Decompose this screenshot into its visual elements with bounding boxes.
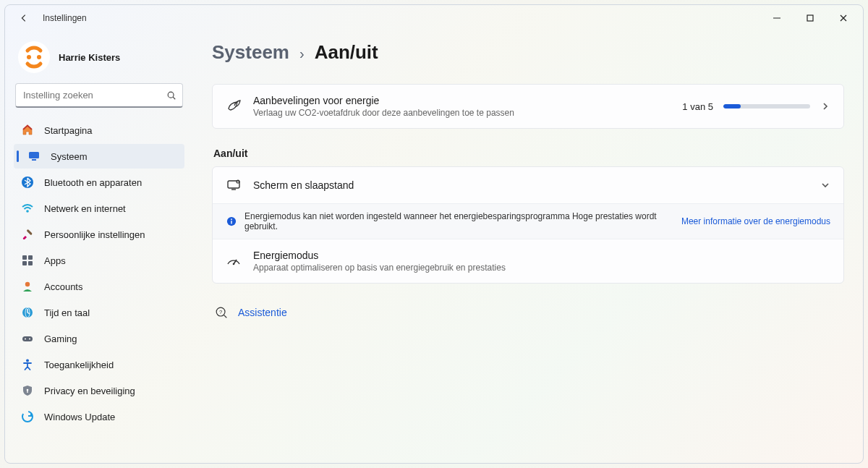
shield-icon (21, 384, 34, 397)
svg-line-34 (224, 315, 227, 318)
sidebar-item-time-language[interactable]: Tijd en taal (14, 300, 184, 325)
bluetooth-icon (21, 176, 34, 189)
svg-point-16 (25, 282, 30, 286)
sidebar-item-bluetooth[interactable]: Bluetooth en apparaten (14, 170, 184, 195)
help-link-label: Assistentie (238, 307, 287, 318)
sidebar-nav: Startpagina Systeem Bluetooth en apparat… (14, 118, 184, 429)
svg-point-3 (27, 55, 31, 59)
user-name: Harrie Kisters (59, 52, 120, 63)
chevron-right-icon (820, 101, 830, 111)
svg-rect-14 (22, 261, 27, 265)
info-icon (226, 216, 237, 227)
search-button[interactable] (166, 90, 176, 101)
svg-point-5 (168, 92, 174, 98)
home-icon (21, 124, 34, 137)
sidebar-item-label: Bluetooth en apparaten (44, 177, 142, 188)
svg-rect-12 (22, 255, 27, 260)
svg-rect-19 (22, 336, 33, 341)
progress-bar (723, 104, 810, 109)
sidebar-item-gaming[interactable]: Gaming (14, 326, 184, 351)
svg-point-22 (26, 359, 29, 362)
svg-rect-26 (228, 181, 239, 188)
sidebar-item-network[interactable]: Netwerk en internet (14, 196, 184, 221)
breadcrumb-parent[interactable]: Systeem (212, 41, 289, 64)
recommendations-title: Aanbevelingen voor energie (253, 95, 671, 106)
sidebar-item-system[interactable]: Systeem (14, 144, 184, 169)
sidebar-item-label: Toegankelijkheid (44, 359, 114, 370)
sidebar-item-label: Systeem (51, 151, 88, 162)
sidebar-item-label: Netwerk en internet (44, 203, 126, 214)
svg-rect-13 (28, 255, 33, 260)
close-button[interactable] (827, 5, 860, 31)
main-content: Systeem › Aan/uit Aanbevelingen voor ene… (193, 31, 863, 463)
brush-icon (21, 228, 34, 241)
energy-mode-row[interactable]: Energiemodus Apparaat optimaliseren op b… (213, 239, 843, 283)
svg-point-20 (25, 339, 26, 340)
sidebar-item-accessibility[interactable]: Toegankelijkheid (14, 352, 184, 377)
sidebar: Harrie Kisters Startpagina (5, 31, 193, 463)
energy-mode-info-banner: Energiemodus kan niet worden ingesteld w… (213, 203, 843, 239)
help-link[interactable]: ? Assistentie (212, 302, 844, 323)
window-controls (760, 5, 860, 31)
settings-window: Instellingen (4, 4, 864, 464)
titlebar: Instellingen (5, 5, 863, 31)
avatar (18, 41, 50, 73)
chevron-right-icon: › (299, 46, 305, 62)
svg-rect-15 (28, 261, 33, 265)
sidebar-item-label: Gaming (44, 333, 77, 344)
svg-line-6 (173, 97, 175, 99)
sidebar-item-home[interactable]: Startpagina (14, 118, 184, 142)
arrow-left-icon (19, 13, 29, 23)
sidebar-item-apps[interactable]: Apps (14, 248, 184, 273)
recommendations-subtitle: Verlaag uw CO2-voetafdruk door deze aanb… (253, 108, 671, 118)
minimize-button[interactable] (760, 5, 793, 31)
window-title: Instellingen (43, 13, 87, 23)
gamepad-icon (21, 332, 34, 345)
monitor-icon (27, 150, 41, 163)
svg-rect-29 (231, 221, 231, 224)
leaf-icon (226, 98, 242, 114)
sidebar-item-label: Privacy en beveiliging (44, 386, 135, 396)
help-icon: ? (213, 305, 229, 320)
sidebar-item-label: Apps (44, 255, 66, 266)
section-label: Aan/uit (213, 148, 844, 159)
energy-mode-subtitle: Apparaat optimaliseren op basis van ener… (253, 263, 830, 273)
recommendations-count: 1 van 5 (682, 101, 713, 112)
sidebar-item-privacy[interactable]: Privacy en beveiliging (14, 378, 184, 403)
svg-rect-1 (807, 15, 813, 21)
breadcrumb-current: Aan/uit (315, 41, 378, 64)
back-button[interactable] (15, 13, 33, 23)
info-banner-text: Energiemodus kan niet worden ingesteld w… (244, 211, 674, 231)
apps-icon (21, 254, 34, 267)
sidebar-item-personalization[interactable]: Persoonlijke instellingen (14, 222, 184, 247)
svg-rect-11 (26, 229, 32, 235)
person-icon (21, 280, 34, 293)
user-block[interactable]: Harrie Kisters (18, 41, 180, 73)
svg-point-21 (29, 339, 30, 340)
sidebar-item-accounts[interactable]: Accounts (14, 274, 184, 299)
body: Harrie Kisters Startpagina (5, 31, 863, 463)
recommendations-progress: 1 van 5 (682, 101, 830, 112)
maximize-icon (806, 14, 814, 22)
search-input[interactable] (23, 90, 166, 101)
sidebar-item-update[interactable]: Windows Update (14, 404, 184, 429)
search-box[interactable] (15, 83, 183, 108)
chevron-down-icon (820, 180, 830, 190)
breadcrumb: Systeem › Aan/uit (212, 41, 844, 64)
wifi-icon (21, 202, 34, 215)
svg-point-32 (233, 263, 235, 265)
close-icon (839, 14, 848, 22)
svg-point-4 (37, 55, 41, 59)
maximize-button[interactable] (793, 5, 827, 31)
update-icon (21, 410, 34, 423)
energy-recommendations-card[interactable]: Aanbevelingen voor energie Verlaag uw CO… (212, 84, 844, 129)
gauge-icon (226, 253, 242, 269)
svg-rect-8 (32, 159, 36, 161)
search-icon (166, 90, 176, 101)
screen-sleep-title: Scherm en slaapstand (253, 179, 809, 191)
energy-mode-title: Energiemodus (253, 250, 830, 261)
power-group: Scherm en slaapstand Energiemodus kan ni… (212, 166, 844, 284)
screen-sleep-expander[interactable]: Scherm en slaapstand (213, 167, 843, 203)
clock-globe-icon (21, 306, 34, 319)
info-banner-link[interactable]: Meer informatie over de energiemodus (681, 216, 830, 226)
